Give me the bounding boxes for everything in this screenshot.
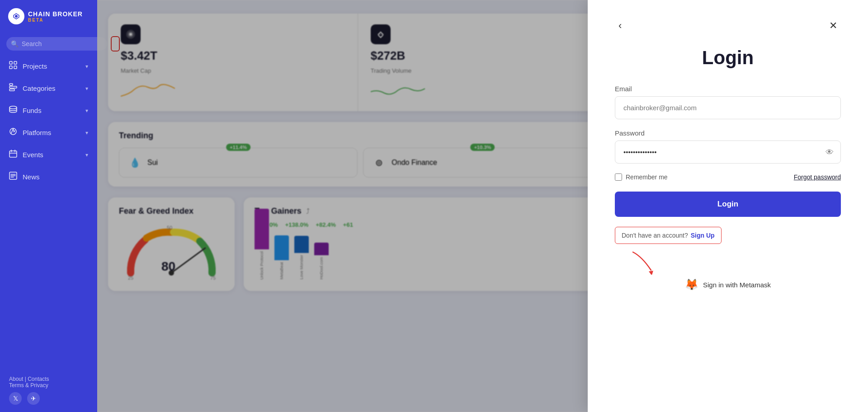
svg-marker-25 bbox=[649, 271, 654, 275]
terms-link[interactable]: Terms & Privacy bbox=[9, 382, 48, 389]
svg-rect-6 bbox=[14, 66, 17, 69]
social-links: 𝕏 ✈ bbox=[9, 392, 88, 405]
sidebar-item-events[interactable]: Events ▾ bbox=[0, 144, 97, 166]
categories-arrow: ▾ bbox=[85, 85, 88, 92]
platforms-icon bbox=[9, 127, 17, 138]
events-arrow: ▾ bbox=[85, 152, 88, 158]
svg-rect-12 bbox=[9, 151, 17, 157]
app-name: CHAIN BROKER bbox=[28, 10, 83, 18]
email-group: Email bbox=[615, 85, 841, 119]
login-title: Login bbox=[615, 47, 841, 69]
logo-area: CHAIN BROKER BETA bbox=[0, 0, 97, 33]
email-label: Email bbox=[615, 85, 841, 93]
projects-icon bbox=[9, 61, 17, 71]
remember-left: Remember me bbox=[615, 173, 668, 181]
search-row: 🔍 bbox=[0, 33, 97, 55]
svg-rect-9 bbox=[9, 89, 14, 91]
signup-link[interactable]: Sign Up bbox=[691, 232, 715, 239]
red-arrow-svg bbox=[628, 248, 665, 275]
eye-icon[interactable]: 👁 bbox=[826, 147, 834, 157]
logo-icon bbox=[8, 8, 24, 24]
funds-label: Funds bbox=[23, 107, 42, 114]
metamask-row[interactable]: 🦊 Sign in with Metamask bbox=[615, 278, 841, 291]
telegram-icon[interactable]: ✈ bbox=[27, 392, 40, 405]
modal-back-button[interactable]: ‹ bbox=[615, 18, 625, 33]
remember-label: Remember me bbox=[626, 173, 668, 181]
password-group: Password 👁 bbox=[615, 129, 841, 164]
search-wrap: 🔍 bbox=[6, 37, 107, 51]
email-input[interactable] bbox=[615, 96, 841, 119]
about-link[interactable]: About bbox=[9, 376, 23, 382]
projects-arrow: ▾ bbox=[85, 63, 88, 70]
sidebar-footer: About | Contacts Terms & Privacy 𝕏 ✈ bbox=[0, 369, 97, 412]
categories-icon bbox=[9, 83, 17, 94]
password-label: Password bbox=[615, 129, 841, 137]
svg-rect-3 bbox=[9, 61, 12, 64]
sidebar: CHAIN BROKER BETA 🔍 bbox=[0, 0, 97, 412]
login-modal: ‹ ✕ Login Email Password 👁 bbox=[588, 0, 868, 412]
platforms-label: Platforms bbox=[23, 129, 51, 136]
modal-header: ‹ ✕ bbox=[615, 18, 841, 33]
logo-text: CHAIN BROKER BETA bbox=[28, 10, 83, 23]
sidebar-nav: Projects ▾ Categories ▾ Fu bbox=[0, 55, 97, 188]
app-beta: BETA bbox=[28, 18, 83, 23]
arrow-annotation bbox=[628, 248, 841, 276]
login-button[interactable]: Login bbox=[615, 192, 841, 217]
svg-rect-5 bbox=[9, 66, 12, 69]
events-icon bbox=[9, 150, 17, 160]
sidebar-item-news[interactable]: News bbox=[0, 166, 97, 188]
remember-checkbox[interactable] bbox=[615, 173, 622, 181]
sidebar-item-categories[interactable]: Categories ▾ bbox=[0, 77, 97, 99]
sidebar-item-projects[interactable]: Projects ▾ bbox=[0, 55, 97, 77]
svg-rect-4 bbox=[14, 61, 17, 64]
search-input[interactable] bbox=[6, 37, 107, 51]
footer-links: About | Contacts Terms & Privacy bbox=[9, 376, 88, 389]
metamask-label: Sign in with Metamask bbox=[703, 281, 771, 289]
password-wrap: 👁 bbox=[615, 140, 841, 164]
categories-label: Categories bbox=[23, 84, 56, 92]
svg-point-1 bbox=[15, 15, 18, 18]
svg-rect-8 bbox=[9, 86, 17, 88]
sidebar-item-platforms[interactable]: Platforms ▾ bbox=[0, 122, 97, 144]
funds-icon bbox=[9, 105, 17, 116]
modal-overlay[interactable]: ‹ ✕ Login Email Password 👁 bbox=[97, 0, 868, 412]
news-label: News bbox=[23, 173, 40, 181]
remember-row: Remember me Forgot password bbox=[615, 173, 841, 181]
news-icon bbox=[9, 172, 17, 182]
modal-close-button[interactable]: ✕ bbox=[826, 18, 841, 33]
sidebar-item-funds[interactable]: Funds ▾ bbox=[0, 99, 97, 122]
events-label: Events bbox=[23, 151, 43, 159]
signup-row: Don't have an account? Sign Up bbox=[615, 227, 722, 244]
twitter-icon[interactable]: 𝕏 bbox=[9, 392, 22, 405]
forgot-password-link[interactable]: Forgot password bbox=[794, 173, 841, 181]
projects-label: Projects bbox=[23, 62, 47, 70]
svg-rect-7 bbox=[9, 84, 13, 85]
funds-arrow: ▾ bbox=[85, 108, 88, 114]
platforms-arrow: ▾ bbox=[85, 130, 88, 136]
signup-text: Don't have an account? bbox=[622, 232, 688, 239]
svg-point-10 bbox=[9, 106, 17, 109]
password-input[interactable] bbox=[615, 140, 841, 164]
metamask-icon: 🦊 bbox=[685, 278, 698, 291]
contacts-link[interactable]: Contacts bbox=[28, 376, 49, 382]
